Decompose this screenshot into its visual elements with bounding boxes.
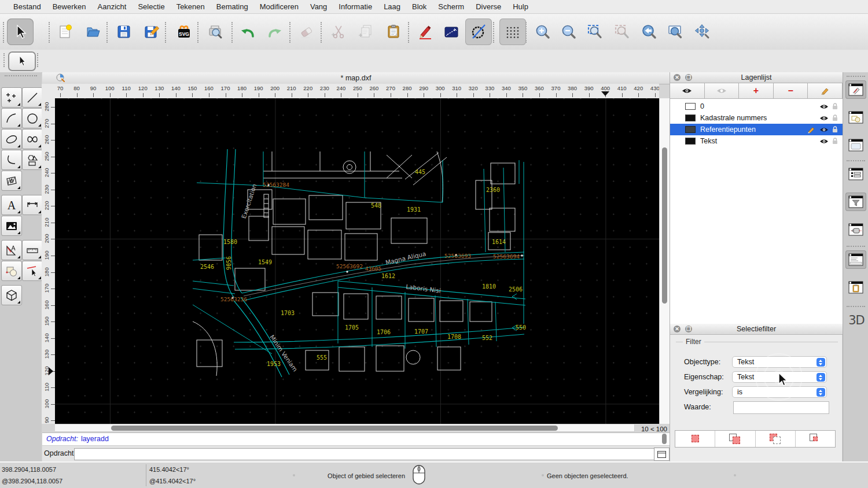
select-tool-button[interactable] — [7, 19, 34, 45]
new-file-button[interactable] — [52, 19, 79, 45]
3d-label[interactable]: 3D — [847, 313, 866, 327]
zoom-window-button[interactable] — [662, 19, 689, 45]
eraser-button[interactable] — [293, 19, 320, 45]
menu-item-blok[interactable]: Blok — [406, 2, 432, 11]
objecttype-select[interactable]: Tekst — [732, 356, 827, 368]
vertical-scrollbar[interactable] — [659, 98, 670, 424]
filter-panel-titlebar[interactable]: ✕ ❐ Selectiefilter — [670, 324, 843, 335]
horizontal-scroll-thumb[interactable] — [111, 426, 558, 431]
hatch-tool[interactable] — [1, 171, 22, 191]
text-tool[interactable]: A — [1, 195, 22, 215]
menu-item-modificeren[interactable]: Modificeren — [254, 2, 304, 11]
eigenschap-select[interactable]: Tekst — [732, 371, 827, 383]
paste-button[interactable] — [380, 19, 407, 45]
zoom-in-button[interactable] — [529, 19, 556, 45]
cut-button[interactable] — [325, 19, 352, 45]
map-drawing[interactable]: 4452360548193116141580905625461549161218… — [55, 98, 659, 424]
copy-button[interactable] — [353, 19, 380, 45]
layer-row-0[interactable]: 0 — [670, 101, 843, 112]
history-scrollbar[interactable] — [660, 433, 668, 445]
dimension-button[interactable] — [438, 19, 465, 45]
hide-all-eye-button[interactable] — [705, 83, 740, 99]
pan-button[interactable] — [689, 19, 716, 45]
arc-tool[interactable] — [1, 108, 22, 128]
blank-panel-button[interactable] — [845, 136, 866, 154]
spline-tool[interactable] — [22, 129, 43, 149]
layer-row-3[interactable]: Tekst — [670, 135, 843, 147]
polyline-tool[interactable] — [1, 150, 22, 170]
redo-button[interactable] — [262, 19, 288, 45]
menu-item-scherm[interactable]: Scherm — [432, 2, 470, 11]
svg-export-button[interactable]: SVG — [171, 19, 197, 45]
draw-pencil-button[interactable] — [412, 19, 439, 45]
draft-mode-toggle[interactable] — [465, 19, 492, 45]
clipboard-panel-button[interactable] — [845, 278, 866, 297]
menu-item-bewerken[interactable]: Bewerken — [47, 2, 92, 11]
select-tool-option-button[interactable] — [8, 51, 36, 71]
save-as-button[interactable] — [138, 19, 165, 45]
select-remove-button[interactable] — [756, 431, 796, 447]
properties-panel-button[interactable] — [845, 80, 866, 99]
add-layer-button[interactable]: + — [739, 83, 774, 99]
menu-item-aanzicht[interactable]: Aanzicht — [92, 2, 133, 11]
tool-options-panel-button[interactable] — [845, 220, 866, 239]
zoom-extents-button[interactable] — [582, 19, 608, 45]
layerlist-panel-button[interactable] — [845, 165, 866, 183]
dimension-tool[interactable] — [22, 195, 43, 215]
menu-item-selectie[interactable]: Selectie — [132, 2, 170, 11]
point-tool[interactable] — [1, 87, 22, 108]
grid-toggle[interactable] — [499, 19, 526, 45]
edit-layer-button[interactable] — [808, 83, 843, 99]
lock-icon[interactable] — [832, 103, 838, 110]
ellipse-tool[interactable] — [1, 129, 22, 149]
modify-tool[interactable] — [1, 261, 22, 281]
menu-item-diverse[interactable]: Diverse — [470, 2, 507, 11]
zoom-previous-button[interactable] — [636, 19, 663, 45]
undo-button[interactable] — [234, 19, 261, 45]
layer-row-1[interactable]: Kadastrale nummers — [670, 112, 843, 124]
lock-icon[interactable] — [832, 126, 838, 133]
command-input[interactable] — [74, 448, 684, 460]
zoom-out-button[interactable] — [556, 19, 582, 45]
measure-tool[interactable] — [22, 240, 43, 260]
menu-item-hulp[interactable]: Hulp — [507, 2, 534, 11]
menu-item-bestand[interactable]: Bestand — [8, 2, 47, 11]
menu-item-informatie[interactable]: Informatie — [333, 2, 378, 11]
layer-row-2-selected[interactable]: Referentiepunten — [670, 124, 843, 135]
select-intersect-button[interactable] — [796, 431, 835, 447]
menu-item-laag[interactable]: Laag — [378, 2, 406, 11]
menu-item-bemating[interactable]: Bemating — [211, 2, 254, 11]
select-new-button[interactable] — [675, 431, 715, 447]
trim-tool[interactable] — [22, 261, 43, 281]
eye-icon[interactable] — [819, 115, 829, 121]
circle-tool[interactable] — [22, 108, 43, 128]
selectionfilter-panel-button[interactable] — [845, 193, 866, 211]
show-all-eye-button[interactable] — [670, 83, 705, 99]
print-preview-button[interactable] — [202, 19, 229, 45]
horizontal-scrollbar[interactable] — [55, 424, 635, 432]
eye-icon[interactable] — [819, 138, 829, 145]
image-tool[interactable] — [1, 216, 22, 236]
history-scroll-thumb[interactable] — [662, 434, 667, 444]
eye-icon[interactable] — [819, 103, 829, 110]
pencil-icon[interactable] — [807, 126, 816, 134]
line-tool[interactable] — [22, 87, 43, 108]
remove-layer-button[interactable]: − — [774, 83, 808, 99]
box-3d-tool[interactable] — [1, 285, 22, 305]
select-add-button[interactable] — [715, 431, 755, 447]
waarde-input[interactable] — [733, 401, 829, 414]
layer-panel-titlebar[interactable]: ✕ ❐ Lagenlijst — [670, 72, 843, 83]
library-panel-button[interactable] — [845, 108, 866, 127]
lock-icon[interactable] — [832, 114, 838, 121]
zoom-selection-button[interactable] — [609, 19, 635, 45]
drafting-tool[interactable] — [1, 240, 22, 260]
command-panel-button[interactable] — [845, 250, 866, 269]
menu-item-tekenen[interactable]: Tekenen — [171, 2, 211, 11]
command-window-button[interactable] — [654, 448, 670, 461]
vertical-scroll-thumb[interactable] — [662, 147, 667, 304]
polygon-tool[interactable] — [22, 150, 43, 170]
eye-icon[interactable] — [819, 127, 829, 133]
save-button[interactable] — [111, 19, 137, 45]
document-titlebar[interactable]: * map.dxf — [42, 72, 670, 84]
vergelijking-select[interactable]: is — [732, 386, 827, 398]
